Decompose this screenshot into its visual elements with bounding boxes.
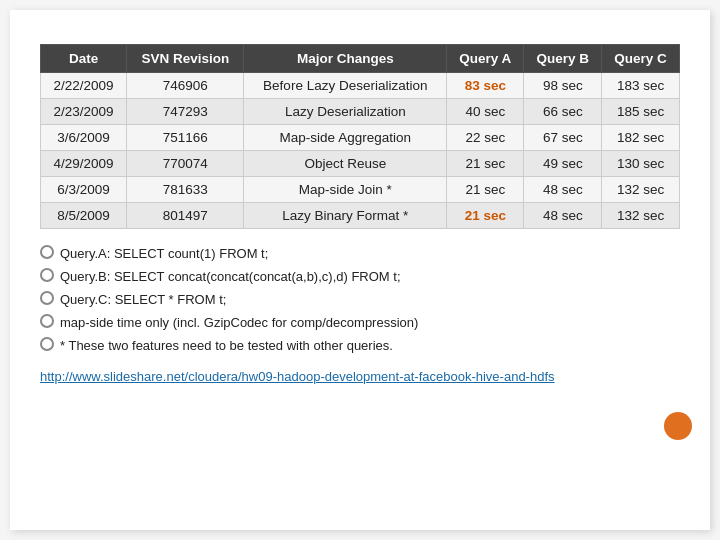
col-queryb: Query B [524, 45, 602, 73]
table-cell: Lazy Binary Format * [244, 203, 447, 229]
table-cell: 83 sec [447, 73, 524, 99]
table-cell: Map-side Aggregation [244, 125, 447, 151]
link-section[interactable]: http://www.slideshare.net/cloudera/hw09-… [40, 369, 680, 384]
table-cell: 132 sec [602, 203, 680, 229]
table-cell: 40 sec [447, 99, 524, 125]
bullet-icon [40, 268, 54, 282]
note-text: Query.B: SELECT concat(concat(concat(a,b… [60, 266, 401, 288]
table-cell: 2/23/2009 [41, 99, 127, 125]
col-date: Date [41, 45, 127, 73]
table-row: 8/5/2009801497Lazy Binary Format *21 sec… [41, 203, 680, 229]
table-cell: 182 sec [602, 125, 680, 151]
table-cell: 49 sec [524, 151, 602, 177]
table-cell: 781633 [127, 177, 244, 203]
table-cell: 751166 [127, 125, 244, 151]
note-item: Query.B: SELECT concat(concat(concat(a,b… [40, 266, 680, 288]
table-row: 4/29/2009770074Object Reuse21 sec49 sec1… [41, 151, 680, 177]
table-cell: 4/29/2009 [41, 151, 127, 177]
note-text: map-side time only (incl. GzipCodec for … [60, 312, 418, 334]
note-item: Query.C: SELECT * FROM t; [40, 289, 680, 311]
table-cell: 21 sec [447, 177, 524, 203]
table-cell: 66 sec [524, 99, 602, 125]
table-cell: 3/6/2009 [41, 125, 127, 151]
table-cell: 6/3/2009 [41, 177, 127, 203]
table-cell: 747293 [127, 99, 244, 125]
notes-section: Query.A: SELECT count(1) FROM t;Query.B:… [40, 243, 680, 357]
table-cell: 21 sec [447, 151, 524, 177]
bullet-icon [40, 337, 54, 351]
bullet-icon [40, 314, 54, 328]
note-item: * These two features need to be tested w… [40, 335, 680, 357]
table-cell: Before Lazy Deserialization [244, 73, 447, 99]
table-cell: 770074 [127, 151, 244, 177]
table-cell: Map-side Join * [244, 177, 447, 203]
table-cell: 48 sec [524, 177, 602, 203]
table-cell: 67 sec [524, 125, 602, 151]
col-querya: Query A [447, 45, 524, 73]
table-cell: 22 sec [447, 125, 524, 151]
table-cell: 21 sec [447, 203, 524, 229]
col-changes: Major Changes [244, 45, 447, 73]
table-row: 2/22/2009746906Before Lazy Deserializati… [41, 73, 680, 99]
table-cell: 98 sec [524, 73, 602, 99]
table-cell: Object Reuse [244, 151, 447, 177]
note-text: Query.A: SELECT count(1) FROM t; [60, 243, 268, 265]
table-row: 6/3/2009781633Map-side Join *21 sec48 se… [41, 177, 680, 203]
table-row: 3/6/2009751166Map-side Aggregation22 sec… [41, 125, 680, 151]
slide: Date SVN Revision Major Changes Query A … [10, 10, 710, 530]
note-item: map-side time only (incl. GzipCodec for … [40, 312, 680, 334]
note-item: Query.A: SELECT count(1) FROM t; [40, 243, 680, 265]
table-row: 2/23/2009747293Lazy Deserialization40 se… [41, 99, 680, 125]
bullet-icon [40, 245, 54, 259]
note-text: Query.C: SELECT * FROM t; [60, 289, 226, 311]
table-cell: 130 sec [602, 151, 680, 177]
table-cell: 132 sec [602, 177, 680, 203]
table-cell: 2/22/2009 [41, 73, 127, 99]
performance-table: Date SVN Revision Major Changes Query A … [40, 44, 680, 229]
col-queryc: Query C [602, 45, 680, 73]
table-cell: 8/5/2009 [41, 203, 127, 229]
table-cell: 801497 [127, 203, 244, 229]
bullet-icon [40, 291, 54, 305]
col-svn: SVN Revision [127, 45, 244, 73]
table-cell: 183 sec [602, 73, 680, 99]
table-cell: 185 sec [602, 99, 680, 125]
note-text: * These two features need to be tested w… [60, 335, 393, 357]
orange-circle-decoration [664, 412, 692, 440]
table-cell: Lazy Deserialization [244, 99, 447, 125]
link-text[interactable]: http://www.slideshare.net/cloudera/hw09-… [40, 369, 555, 384]
table-cell: 48 sec [524, 203, 602, 229]
table-cell: 746906 [127, 73, 244, 99]
